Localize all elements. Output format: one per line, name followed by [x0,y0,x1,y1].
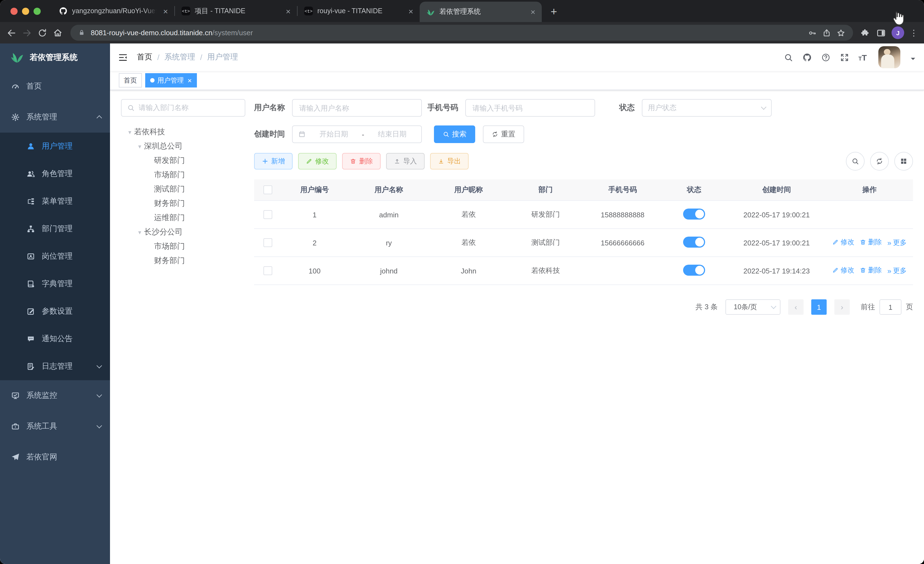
tree-node[interactable]: ▾若依科技 [121,125,245,139]
toggle-search-button[interactable] [846,152,865,171]
avatar-caret-icon[interactable] [911,58,915,62]
share-icon[interactable] [822,29,831,37]
fullscreen-icon[interactable] [840,53,849,62]
zoom-window-button[interactable] [33,8,41,15]
next-page-button[interactable]: › [834,299,850,315]
sidebar-toggle-icon[interactable] [118,52,128,62]
tag-active[interactable]: 用户管理× [145,73,196,87]
address-bar[interactable]: 8081-rouyi-vue-demo.cloud.titanide.cn/sy… [70,25,853,41]
font-size-icon[interactable]: TT [858,53,867,61]
sidebar-item-menu-management[interactable]: 菜单管理 [0,188,110,215]
tree-node[interactable]: 市场部门 [121,168,245,182]
sidebar-item-log-management[interactable]: 日志管理 [0,353,110,380]
tree-caret-icon[interactable]: ▾ [135,229,144,236]
forward-icon[interactable] [22,28,32,38]
sidebar-item-system-monitor[interactable]: 系统监控 [0,380,110,411]
breadcrumb-item[interactable]: 首页 [137,52,152,62]
tab-github-ruoyi[interactable]: yangzongzhuan/RuoYi-Vue: (R× [52,0,174,22]
minimize-window-button[interactable] [22,8,29,15]
tree-node[interactable]: 测试部门 [121,182,245,196]
status-toggle[interactable] [683,208,705,219]
select-all-checkbox[interactable] [264,186,272,194]
tree-caret-icon[interactable]: ▾ [135,143,144,150]
tab-close-icon[interactable]: × [161,7,170,15]
status-toggle[interactable] [683,236,705,247]
sidebar-item-dept-management[interactable]: 部门管理 [0,215,110,243]
user-avatar[interactable] [878,46,900,68]
tag-item[interactable]: 首页 [119,73,142,87]
import-button[interactable]: 导入 [386,153,424,170]
tab-close-icon[interactable]: × [284,7,292,15]
edit-button[interactable]: 修改 [298,153,337,170]
delete-button[interactable]: 删除 [342,153,381,170]
tree-caret-icon[interactable]: ▾ [125,128,134,135]
new-tab-button[interactable]: + [546,4,561,19]
reload-icon[interactable] [38,28,47,38]
reset-button[interactable]: 重置 [483,125,524,143]
row-delete-link[interactable]: 删除 [860,266,882,275]
refresh-table-button[interactable] [870,152,889,171]
sidebar-item-param-settings[interactable]: 参数设置 [0,298,110,325]
sidebar-item-role-management[interactable]: 角色管理 [0,160,110,188]
tree-node[interactable]: 运维部门 [121,211,245,225]
sidebar-item-home[interactable]: 首页 [0,71,110,102]
tool-icon [11,422,20,431]
extensions-puzzle-icon[interactable] [861,28,871,38]
status-select[interactable]: 用户状态 [642,99,772,117]
bookmark-star-icon[interactable] [837,29,845,37]
sidebar-item-system-tools[interactable]: 系统工具 [0,411,110,442]
row-more-link[interactable]: »更多 [887,239,907,248]
app-logo[interactable]: 若依管理系统 [0,44,110,71]
add-button[interactable]: 新增 [254,153,292,170]
home-icon[interactable] [53,28,63,38]
sidebar-item-post-management[interactable]: 岗位管理 [0,243,110,270]
tree-node[interactable]: ▾深圳总公司 [121,139,245,153]
grid-icon [900,157,908,165]
tree-node[interactable]: 研发部门 [121,153,245,168]
sidebar-item-ruoyi-website[interactable]: 若依官网 [0,442,110,473]
header-search-icon[interactable] [783,53,793,62]
tab-project-titanide[interactable]: <t>项目 - TITANIDE× [175,0,297,22]
export-button[interactable]: 导出 [430,153,469,170]
tab-ruoyi-admin[interactable]: 若依管理系统× [420,2,542,22]
sidebar-item-notice[interactable]: 通知公告 [0,325,110,353]
tag-close-icon[interactable]: × [188,77,192,84]
tree-node[interactable]: 财务部门 [121,254,245,268]
browser-menu-icon[interactable]: ⋮ [910,28,917,38]
tab-close-icon[interactable]: × [406,7,415,15]
dept-search-input[interactable]: 请输入部门名称 [121,99,245,117]
close-window-button[interactable] [10,8,18,15]
tree-node[interactable]: 市场部门 [121,239,245,254]
button-label: 删除 [359,156,373,166]
phone-input[interactable] [465,99,595,117]
prev-page-button[interactable]: ‹ [788,299,804,315]
row-edit-link[interactable]: 修改 [832,266,854,275]
status-toggle[interactable] [683,265,705,275]
browser-profile-avatar[interactable]: J [891,26,904,39]
help-question-icon[interactable] [821,53,830,62]
row-delete-link[interactable]: 删除 [860,238,882,247]
github-icon[interactable] [802,53,812,62]
current-page-button[interactable]: 1 [811,299,826,315]
page-size-select[interactable]: 10条/页 [726,299,780,315]
row-edit-link[interactable]: 修改 [832,238,854,247]
row-more-link[interactable]: »更多 [887,266,907,276]
row-checkbox[interactable] [264,266,272,275]
tab-close-icon[interactable]: × [528,8,537,16]
sidebar-item-dict-management[interactable]: 字典管理 [0,270,110,298]
row-checkbox[interactable] [264,239,272,247]
goto-page-input[interactable] [879,299,902,315]
side-panel-icon[interactable] [876,28,886,38]
sidebar-item-user-management[interactable]: 用户管理 [0,132,110,160]
date-range-picker[interactable]: 开始日期 - 结束日期 [292,125,422,143]
tree-node[interactable]: ▾长沙分公司 [121,225,245,239]
back-icon[interactable] [7,28,16,38]
tree-node[interactable]: 财务部门 [121,196,245,211]
search-button[interactable]: 搜索 [434,125,475,143]
sidebar-item-system-management[interactable]: 系统管理 [0,102,110,132]
row-checkbox[interactable] [264,211,272,219]
password-key-icon[interactable] [808,29,817,37]
column-settings-button[interactable] [894,152,913,171]
username-input[interactable] [292,99,422,117]
tab-rouyi-vue-titanide[interactable]: <t>rouyi-vue - TITANIDE× [297,0,420,22]
